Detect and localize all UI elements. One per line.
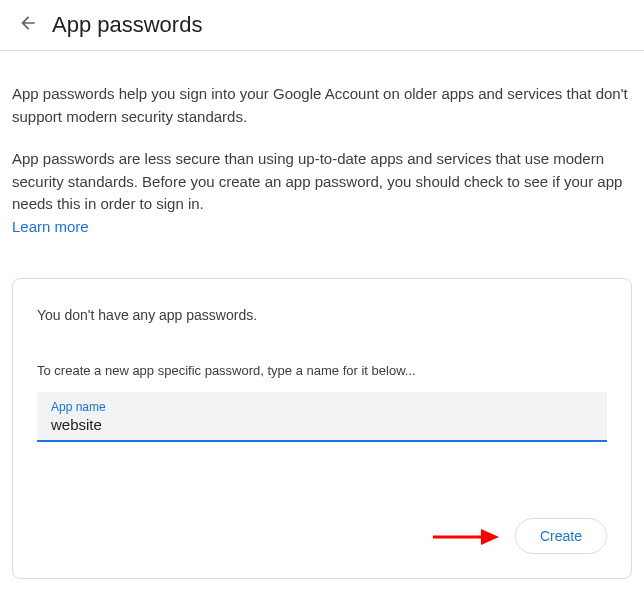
main-content: App passwords help you sign into your Go… [0,51,644,579]
description-text-1: App passwords help you sign into your Go… [12,83,632,128]
app-passwords-card: You don't have any app passwords. To cre… [12,278,632,579]
app-name-label: App name [51,400,593,414]
button-row: Create [37,518,607,554]
description-text-2-body: App passwords are less secure than using… [12,150,622,212]
app-name-input-wrapper[interactable]: App name [37,392,607,442]
create-button[interactable]: Create [515,518,607,554]
back-button[interactable] [16,13,40,37]
empty-state-text: You don't have any app passwords. [37,307,607,323]
page-header: App passwords [0,0,644,51]
page-title: App passwords [52,12,202,38]
app-name-input[interactable] [51,416,593,433]
description-text-2: App passwords are less secure than using… [12,148,632,238]
svg-marker-1 [481,529,499,545]
instruction-text: To create a new app specific password, t… [37,363,607,378]
learn-more-link[interactable]: Learn more [12,216,89,239]
annotation-arrow-icon [431,526,499,552]
arrow-left-icon [18,13,38,37]
